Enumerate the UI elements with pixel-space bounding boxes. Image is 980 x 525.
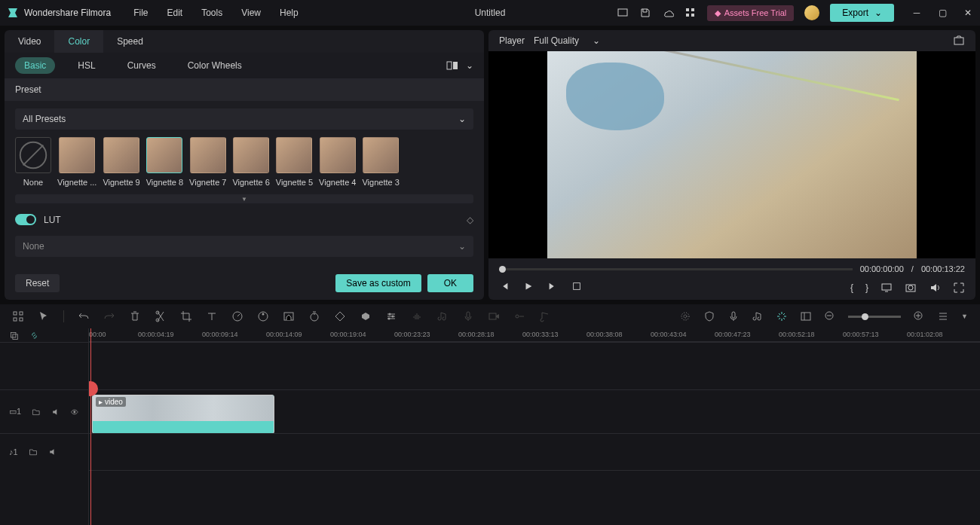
track-video[interactable]: ▸video [89, 389, 980, 433]
save-as-custom-button[interactable]: Save as custom [335, 274, 421, 292]
preset-vignette-9[interactable]: Vignette 9 [103, 137, 139, 187]
select-icon[interactable] [12, 310, 24, 322]
list-icon[interactable] [937, 310, 949, 322]
preset-vignette-7[interactable]: Vignette 7 [189, 137, 226, 187]
preview-viewport[interactable] [488, 51, 975, 258]
preset-none[interactable]: None [15, 137, 51, 187]
split-icon[interactable] [155, 310, 167, 322]
apps-icon[interactable] [684, 7, 697, 19]
stop-icon[interactable] [571, 281, 582, 294]
voice-icon[interactable] [462, 310, 474, 322]
play-icon[interactable] [523, 281, 534, 294]
preset-vignette-6[interactable]: Vignette 6 [232, 137, 269, 187]
audio-sync-icon[interactable] [411, 310, 423, 322]
adjust-icon[interactable] [385, 310, 397, 322]
camera-icon[interactable] [905, 282, 917, 294]
folder-icon[interactable] [29, 447, 38, 456]
lut-dropdown[interactable]: None ⌄ [15, 236, 473, 257]
preset-vignette-8[interactable]: Vignette 8 [146, 137, 183, 187]
undo-icon[interactable] [78, 310, 90, 322]
duration-icon[interactable] [308, 310, 320, 322]
snapshot-icon[interactable] [953, 35, 965, 47]
keyframe-tool-icon[interactable] [334, 310, 346, 322]
save-icon[interactable] [639, 7, 651, 19]
next-frame-icon[interactable] [547, 281, 558, 294]
tab-color[interactable]: Color [54, 30, 103, 53]
zoom-in-icon[interactable] [913, 310, 925, 322]
render-icon[interactable] [776, 310, 788, 322]
close-icon[interactable]: ✕ [962, 7, 974, 19]
video-clip[interactable]: ▸video [92, 395, 274, 434]
screen-icon[interactable] [617, 7, 629, 19]
compare-icon[interactable] [446, 60, 458, 72]
preset-vignette-3[interactable]: Vignette 3 [362, 137, 399, 187]
music-icon[interactable] [752, 310, 764, 322]
eye-icon[interactable] [70, 407, 79, 417]
folder-icon[interactable] [32, 407, 41, 417]
shield-icon[interactable] [703, 310, 715, 322]
menu-edit[interactable]: Edit [167, 8, 183, 18]
mark-out-icon[interactable]: } [865, 282, 868, 293]
subtab-basic[interactable]: Basic [15, 57, 55, 74]
playhead[interactable] [90, 328, 91, 525]
mixer-icon[interactable] [800, 310, 812, 322]
ok-button[interactable]: OK [427, 274, 473, 292]
lut-toggle[interactable] [15, 214, 36, 225]
cursor-icon[interactable] [38, 310, 50, 322]
mic-icon[interactable] [727, 310, 740, 322]
volume-icon[interactable] [929, 282, 941, 294]
detach-audio-icon[interactable] [436, 310, 449, 322]
green-screen-icon[interactable] [283, 310, 295, 322]
chevron-down-icon[interactable]: ⌄ [466, 60, 473, 71]
cloud-icon[interactable] [662, 7, 674, 19]
minimize-icon[interactable]: ─ [911, 7, 923, 19]
menu-view[interactable]: View [241, 8, 261, 18]
preset-vignette-4[interactable]: Vignette 4 [319, 137, 356, 187]
redo-icon[interactable] [103, 310, 115, 322]
reset-button[interactable]: Reset [15, 274, 60, 292]
speed-icon[interactable] [231, 310, 243, 322]
time-ruler[interactable]: 00:00 00:00:04:19 00:00:09:14 00:00:14:0… [89, 328, 980, 342]
audio-beat-icon[interactable] [539, 310, 551, 322]
preset-vignette-5[interactable]: Vignette 5 [276, 137, 313, 187]
preset-dropdown[interactable]: All Presets ⌄ [15, 108, 473, 130]
mark-in-icon[interactable]: { [850, 282, 853, 293]
text-icon[interactable] [206, 310, 218, 322]
mask-icon[interactable] [360, 310, 372, 322]
assets-free-trial-button[interactable]: ◆Assets Free Trial [707, 5, 795, 21]
record-icon[interactable] [488, 310, 500, 322]
subtab-curves[interactable]: Curves [118, 57, 165, 74]
tab-speed[interactable]: Speed [103, 30, 157, 53]
color-icon[interactable] [257, 310, 269, 322]
menu-help[interactable]: Help [280, 8, 299, 18]
track-audio[interactable] [89, 433, 980, 470]
prev-frame-icon[interactable] [499, 281, 510, 294]
zoom-out-icon[interactable] [824, 310, 836, 322]
scrub-bar[interactable]: 00:00:00:00 / 00:00:13:22 [499, 264, 965, 273]
subtab-hsl[interactable]: HSL [69, 57, 104, 74]
expand-presets[interactable]: ▼ [15, 194, 473, 203]
motion-icon[interactable] [513, 310, 525, 322]
menu-tools[interactable]: Tools [201, 8, 222, 18]
track-empty[interactable] [89, 342, 980, 389]
timeline-tracks[interactable]: 00:00 00:00:04:19 00:00:09:14 00:00:14:0… [89, 328, 980, 525]
profile-avatar[interactable] [804, 5, 819, 20]
export-button[interactable]: Export⌄ [830, 4, 894, 22]
tab-video[interactable]: Video [5, 30, 54, 53]
track-extra[interactable] [89, 470, 980, 507]
link-icon[interactable] [29, 331, 39, 340]
marker-icon[interactable] [679, 310, 691, 322]
keyframe-icon[interactable]: ◇ [467, 215, 473, 225]
subtab-color-wheels[interactable]: Color Wheels [179, 57, 251, 74]
menu-file[interactable]: File [133, 8, 148, 18]
preset-vignette[interactable]: Vignette ... [57, 137, 96, 187]
quality-dropdown[interactable]: Full Quality ⌄ [534, 35, 600, 46]
mute-icon[interactable] [51, 407, 60, 417]
chevron-down-icon[interactable]: ▼ [961, 313, 968, 320]
zoom-slider[interactable] [848, 316, 901, 318]
mute-icon[interactable] [48, 447, 57, 456]
copy-icon[interactable] [9, 331, 19, 340]
delete-icon[interactable] [129, 310, 141, 322]
maximize-icon[interactable]: ▢ [936, 7, 948, 19]
crop-icon[interactable] [180, 310, 192, 322]
